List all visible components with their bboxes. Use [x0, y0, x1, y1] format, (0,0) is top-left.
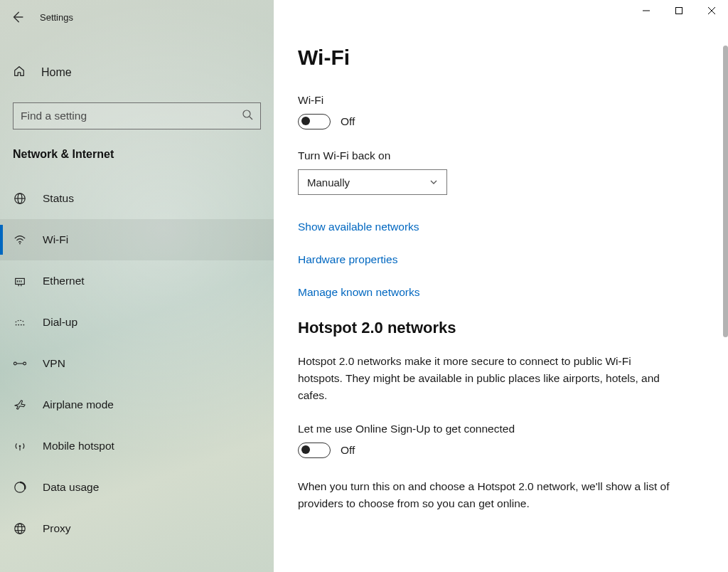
svg-rect-10 [16, 278, 25, 284]
svg-point-21 [23, 362, 26, 365]
link-known-networks[interactable]: Manage known networks [298, 286, 698, 299]
main-panel: Wi-Fi Wi-Fi Off Turn Wi-Fi back on Manua… [274, 0, 728, 572]
sidebar-category: Network & Internet [0, 129, 274, 168]
svg-point-4 [243, 110, 250, 117]
maximize-button[interactable] [663, 0, 695, 21]
wifi-icon [13, 233, 27, 247]
hotspot-title: Hotspot 2.0 networks [298, 319, 698, 337]
proxy-icon [13, 521, 27, 536]
signup-toggle[interactable] [298, 443, 331, 458]
back-button[interactable] [9, 9, 26, 26]
sidebar: Settings Home Network & Internet [0, 0, 274, 572]
chevron-down-icon [429, 176, 438, 189]
turn-back-label: Turn Wi-Fi back on [298, 149, 698, 162]
globe-icon [13, 191, 27, 206]
home-icon [13, 65, 26, 80]
minimize-button[interactable] [630, 0, 663, 21]
svg-point-19 [23, 324, 25, 326]
close-button[interactable] [695, 0, 728, 21]
sidebar-home-label: Home [41, 66, 72, 79]
search-box[interactable] [13, 102, 261, 129]
sidebar-item-label: Proxy [43, 522, 71, 535]
search-input[interactable] [21, 110, 242, 122]
sidebar-item-label: Data usage [43, 481, 99, 494]
svg-point-20 [14, 362, 16, 365]
dialup-icon [13, 315, 27, 329]
sidebar-item-label: VPN [43, 357, 65, 370]
scrollbar[interactable] [723, 46, 728, 337]
airplane-icon [13, 398, 27, 412]
sidebar-item-vpn[interactable]: VPN [0, 343, 274, 384]
signup-toggle-state: Off [341, 444, 355, 457]
sidebar-item-status[interactable]: Status [0, 178, 274, 219]
wifi-label: Wi-Fi [298, 94, 698, 107]
page-title: Wi-Fi [298, 46, 698, 70]
svg-rect-1 [676, 8, 682, 14]
hotspot-icon [13, 439, 27, 453]
svg-point-16 [16, 324, 17, 326]
search-icon [242, 109, 253, 123]
turn-back-select[interactable]: Manually [298, 169, 447, 195]
link-show-networks[interactable]: Show available networks [298, 221, 698, 233]
data-usage-icon [13, 480, 27, 494]
svg-point-27 [18, 524, 22, 534]
sidebar-item-dialup[interactable]: Dial-up [0, 302, 274, 343]
svg-point-26 [15, 524, 25, 534]
vpn-icon [13, 356, 27, 371]
sidebar-item-label: Mobile hotspot [43, 440, 114, 452]
sidebar-item-data-usage[interactable]: Data usage [0, 467, 274, 508]
sidebar-item-label: Wi-Fi [43, 233, 68, 246]
sidebar-item-hotspot[interactable]: Mobile hotspot [0, 425, 274, 467]
svg-point-17 [18, 324, 19, 326]
wifi-toggle-state: Off [341, 115, 355, 128]
sidebar-item-label: Dial-up [43, 316, 77, 329]
signup-label: Let me use Online Sign-Up to get connect… [298, 423, 698, 435]
hotspot-desc: Hotspot 2.0 networks make it more secure… [298, 353, 675, 404]
sidebar-item-label: Status [43, 192, 74, 205]
wifi-toggle[interactable] [298, 114, 331, 129]
svg-line-5 [250, 117, 252, 120]
svg-point-9 [19, 243, 21, 245]
svg-point-23 [19, 445, 21, 447]
link-hardware-properties[interactable]: Hardware properties [298, 253, 698, 266]
sidebar-home[interactable]: Home [0, 53, 274, 92]
sidebar-item-wifi[interactable]: Wi-Fi [0, 219, 274, 260]
sidebar-item-airplane[interactable]: Airplane mode [0, 384, 274, 425]
sidebar-item-label: Airplane mode [43, 398, 114, 411]
sidebar-item-label: Ethernet [43, 275, 85, 287]
turn-back-value: Manually [307, 176, 350, 189]
sidebar-item-proxy[interactable]: Proxy [0, 508, 274, 549]
svg-point-18 [21, 324, 22, 326]
sidebar-item-ethernet[interactable]: Ethernet [0, 260, 274, 302]
ethernet-icon [13, 274, 27, 288]
signup-desc: When you turn this on and choose a Hotsp… [298, 478, 675, 512]
app-title: Settings [40, 12, 73, 23]
